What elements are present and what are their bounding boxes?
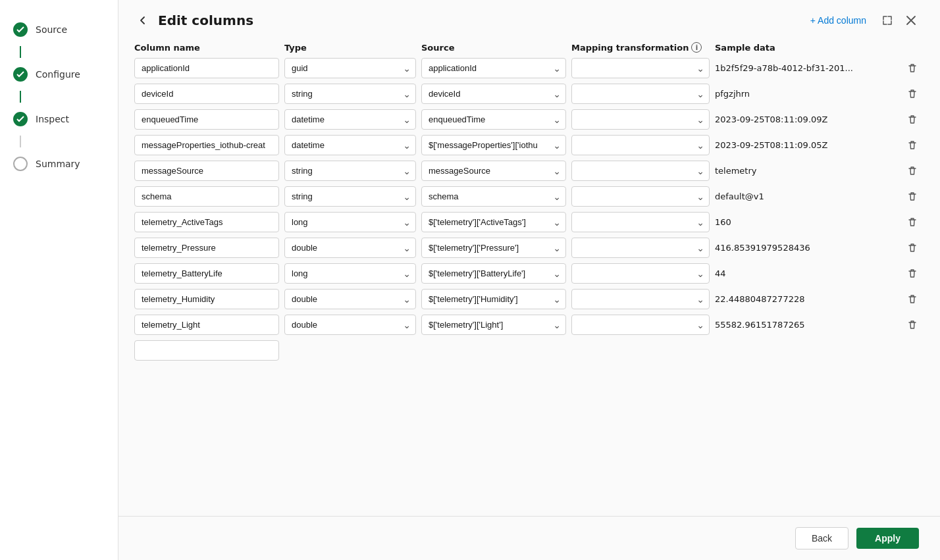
delete-row-button[interactable]	[901, 61, 924, 76]
mapping-select-wrapper: tostring()tolong()todouble()todatetime()	[571, 58, 710, 78]
column-name-input[interactable]	[134, 315, 279, 335]
sample-data-value: default@v1	[715, 187, 895, 206]
source-select[interactable]: $['telemetry']['Humidity']	[421, 289, 566, 309]
column-name-input[interactable]	[134, 263, 279, 284]
delete-row-button[interactable]	[901, 86, 924, 102]
column-name-input[interactable]	[134, 58, 279, 78]
column-name-input[interactable]	[134, 84, 279, 104]
source-select[interactable]: $['telemetry']['BatteryLife']	[421, 263, 566, 284]
sidebar-label-configure: Configure	[36, 69, 80, 80]
mapping-select[interactable]: tostring()tolong()todouble()todatetime()	[571, 212, 710, 232]
sidebar-item-configure[interactable]: Configure	[0, 58, 118, 91]
mapping-select[interactable]: tostring()tolong()todouble()todatetime()	[571, 289, 710, 309]
sample-data-value: pfgzjhrn	[715, 84, 895, 103]
delete-row-button[interactable]	[901, 240, 924, 256]
delete-row-button[interactable]	[901, 317, 924, 333]
mapping-select[interactable]: tostring()tolong()todouble()todatetime()	[571, 186, 710, 207]
close-button[interactable]	[903, 13, 919, 28]
table-row: guidstringdatetimelongdoubleintbool$['te…	[134, 212, 924, 232]
mapping-select[interactable]: tostring()tolong()todouble()todatetime()	[571, 58, 710, 78]
mapping-select[interactable]: tostring()tolong()todouble()todatetime()	[571, 315, 710, 335]
sidebar-item-source[interactable]: Source	[0, 13, 118, 46]
footer-back-button[interactable]: Back	[795, 527, 849, 549]
source-select[interactable]: $['messageProperties']['iothu	[421, 135, 566, 155]
column-name-input[interactable]	[134, 212, 279, 232]
source-select[interactable]: schema	[421, 186, 566, 207]
expand-button[interactable]	[879, 13, 895, 28]
source-select-wrapper: deviceId	[421, 84, 566, 104]
rows-container: guidstringdatetimelongdoubleintboolappli…	[134, 58, 924, 361]
type-select[interactable]: guidstringdatetimelongdoubleintbool	[284, 109, 416, 130]
mapping-select-wrapper: tostring()tolong()todouble()todatetime()	[571, 84, 710, 104]
type-select-wrapper: guidstringdatetimelongdoubleintbool	[284, 84, 416, 104]
column-name-input[interactable]	[134, 289, 279, 309]
type-select[interactable]: guidstringdatetimelongdoubleintbool	[284, 161, 416, 181]
mapping-select[interactable]: tostring()tolong()todouble()todatetime()	[571, 109, 710, 130]
mapping-select[interactable]: tostring()tolong()todouble()todatetime()	[571, 135, 710, 155]
header-type: Type	[284, 42, 416, 53]
delete-row-button[interactable]	[901, 189, 924, 205]
column-name-input[interactable]	[134, 135, 279, 155]
type-select[interactable]: guidstringdatetimelongdoubleintbool	[284, 135, 416, 155]
type-select-wrapper: guidstringdatetimelongdoubleintbool	[284, 161, 416, 181]
type-select[interactable]: guidstringdatetimelongdoubleintbool	[284, 58, 416, 78]
delete-row-button[interactable]	[901, 266, 924, 282]
sample-data-value: 160	[715, 213, 895, 232]
page-title: Edit columns	[158, 13, 253, 28]
source-select[interactable]: deviceId	[421, 84, 566, 104]
sample-data-value: telemetry	[715, 161, 895, 180]
mapping-select[interactable]: tostring()tolong()todouble()todatetime()	[571, 263, 710, 284]
source-select[interactable]: $['telemetry']['Pressure']	[421, 238, 566, 258]
column-name-input-partial[interactable]	[134, 340, 279, 361]
sample-data-value: 55582.96151787265	[715, 315, 895, 334]
sidebar-item-summary[interactable]: Summary	[0, 147, 118, 180]
source-select[interactable]: $['telemetry']['ActiveTags']	[421, 212, 566, 232]
sample-data-value: 1b2f5f29-a78b-4012-bf31-201...	[715, 59, 895, 78]
source-select-wrapper: applicationId	[421, 58, 566, 78]
mapping-select-wrapper: tostring()tolong()todouble()todatetime()	[571, 135, 710, 155]
column-name-input[interactable]	[134, 161, 279, 181]
delete-row-button[interactable]	[901, 215, 924, 230]
mapping-select[interactable]: tostring()tolong()todouble()todatetime()	[571, 84, 710, 104]
source-select-wrapper: $['telemetry']['Light']	[421, 315, 566, 335]
type-select-wrapper: guidstringdatetimelongdoubleintbool	[284, 263, 416, 284]
mapping-select-wrapper: tostring()tolong()todouble()todatetime()	[571, 315, 710, 335]
table-row: guidstringdatetimelongdoubleintboolenque…	[134, 109, 924, 130]
sidebar-label-source: Source	[36, 24, 67, 35]
type-select[interactable]: guidstringdatetimelongdoubleintbool	[284, 315, 416, 335]
source-select[interactable]: applicationId	[421, 58, 566, 78]
sidebar-label-summary: Summary	[36, 159, 80, 169]
header-right: + Add column	[805, 13, 919, 28]
type-select[interactable]: guidstringdatetimelongdoubleintbool	[284, 263, 416, 284]
column-name-input[interactable]	[134, 238, 279, 258]
source-select[interactable]: enqueuedTime	[421, 109, 566, 130]
type-select[interactable]: guidstringdatetimelongdoubleintbool	[284, 212, 416, 232]
source-select[interactable]: messageSource	[421, 161, 566, 181]
delete-row-button[interactable]	[901, 138, 924, 153]
column-name-input[interactable]	[134, 186, 279, 207]
source-select-wrapper: schema	[421, 186, 566, 207]
type-select[interactable]: guidstringdatetimelongdoubleintbool	[284, 289, 416, 309]
type-select[interactable]: guidstringdatetimelongdoubleintbool	[284, 186, 416, 207]
source-select-wrapper: $['telemetry']['Pressure']	[421, 238, 566, 258]
source-select-wrapper: $['messageProperties']['iothu	[421, 135, 566, 155]
add-column-button[interactable]: + Add column	[805, 13, 872, 28]
delete-row-button[interactable]	[901, 163, 924, 179]
connector-1	[20, 46, 21, 58]
mapping-info-icon: i	[691, 42, 702, 53]
mapping-select[interactable]: tostring()tolong()todouble()todatetime()	[571, 238, 710, 258]
type-select-wrapper: guidstringdatetimelongdoubleintbool	[284, 186, 416, 207]
back-nav-button[interactable]	[134, 12, 151, 29]
sidebar-item-inspect[interactable]: Inspect	[0, 103, 118, 136]
connector-3	[20, 136, 21, 147]
table-row: guidstringdatetimelongdoubleintboolschem…	[134, 186, 924, 207]
delete-row-button[interactable]	[901, 112, 924, 128]
delete-row-button[interactable]	[901, 292, 924, 307]
type-select[interactable]: guidstringdatetimelongdoubleintbool	[284, 238, 416, 258]
mapping-select[interactable]: tostring()tolong()todouble()todatetime()	[571, 161, 710, 181]
type-select[interactable]: guidstringdatetimelongdoubleintbool	[284, 84, 416, 104]
column-name-input[interactable]	[134, 109, 279, 130]
sample-data-value: 22.44880487277228	[715, 290, 895, 309]
source-select[interactable]: $['telemetry']['Light']	[421, 315, 566, 335]
apply-button[interactable]: Apply	[856, 528, 919, 549]
